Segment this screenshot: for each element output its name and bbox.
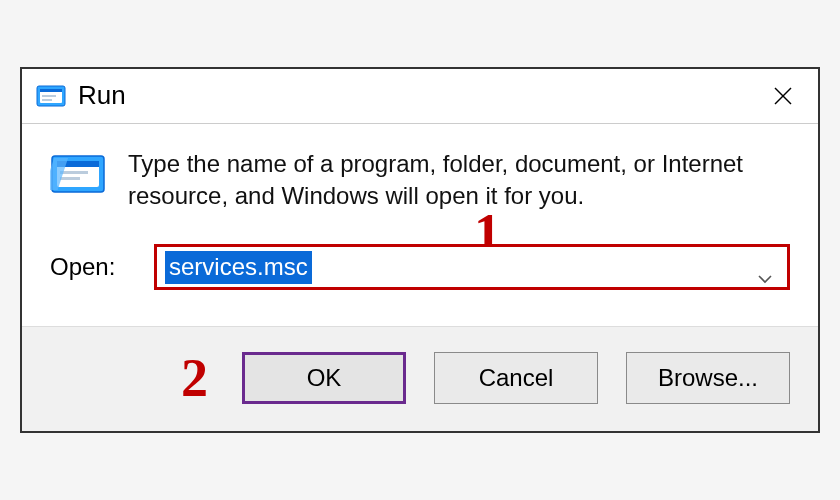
open-label: Open: — [50, 253, 120, 281]
close-button[interactable] — [762, 75, 804, 117]
cancel-button[interactable]: Cancel — [434, 352, 598, 404]
open-input-value: services.msc — [165, 251, 312, 284]
description-text: Type the name of a program, folder, docu… — [128, 148, 790, 213]
open-combobox[interactable]: services.msc — [154, 244, 790, 290]
run-icon — [50, 152, 106, 196]
chevron-down-icon — [757, 262, 773, 272]
input-row: Open: 1 services.msc — [50, 244, 790, 290]
combo-wrap: 1 services.msc — [154, 244, 790, 290]
dialog-footer: 2 OK Cancel Browse... — [22, 326, 818, 431]
run-icon — [36, 84, 66, 108]
run-dialog: Run Type the name of a program, folder — [20, 67, 820, 434]
dialog-body: Type the name of a program, folder, docu… — [22, 124, 818, 327]
svg-rect-11 — [60, 177, 80, 180]
description-row: Type the name of a program, folder, docu… — [50, 148, 790, 213]
svg-rect-3 — [42, 95, 56, 97]
svg-rect-2 — [40, 89, 62, 92]
close-icon — [772, 85, 794, 107]
ok-button[interactable]: OK — [242, 352, 406, 404]
annotation-2: 2 — [181, 347, 208, 409]
dialog-title: Run — [78, 80, 762, 111]
svg-rect-4 — [42, 99, 52, 101]
browse-button[interactable]: Browse... — [626, 352, 790, 404]
titlebar: Run — [22, 69, 818, 123]
svg-rect-10 — [60, 171, 88, 174]
